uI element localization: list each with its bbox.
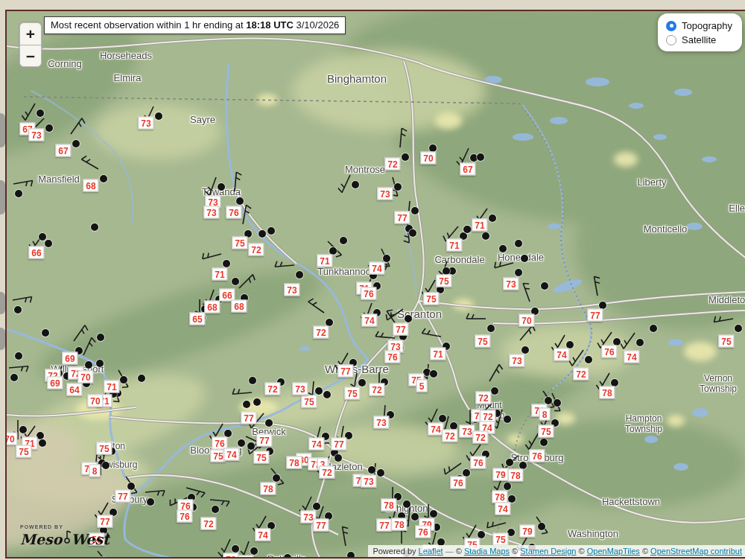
attribution-link[interactable]: OpenStreetMap contribut: [650, 547, 742, 556]
station-dot[interactable]: [439, 415, 446, 422]
station-temp-label[interactable]: 73: [203, 206, 219, 219]
station-dot[interactable]: [232, 545, 239, 553]
station-temp-label[interactable]: 72: [223, 553, 238, 559]
station-temp-label[interactable]: 76: [529, 450, 545, 462]
zoom-out-button[interactable]: −: [19, 45, 42, 67]
station-temp-label[interactable]: 76: [384, 351, 400, 363]
attribution-link[interactable]: Stadia Maps: [464, 547, 510, 556]
station-dot[interactable]: [463, 226, 471, 233]
station-temp-label[interactable]: 72: [369, 384, 384, 396]
station-temp-label[interactable]: 77: [313, 519, 329, 532]
station-temp-label[interactable]: 71: [104, 381, 119, 393]
station-dot[interactable]: [499, 245, 507, 252]
station-temp-label[interactable]: 79: [492, 468, 508, 481]
station-dot[interactable]: [541, 282, 548, 290]
station-dot[interactable]: [566, 341, 574, 349]
station-temp-label[interactable]: 76: [415, 526, 431, 538]
station-temp-label[interactable]: 74: [624, 351, 639, 363]
station-temp-label[interactable]: 76: [361, 287, 376, 300]
station-temp-label[interactable]: 72: [319, 466, 335, 479]
station-temp-label[interactable]: 74: [361, 314, 377, 327]
layer-option-satellite[interactable]: Satellite: [666, 34, 732, 45]
attribution-link[interactable]: Leaflet: [419, 547, 443, 556]
station-temp-label[interactable]: 78: [391, 518, 407, 531]
station-temp-label[interactable]: 70: [420, 152, 436, 165]
station-dot[interactable]: [585, 356, 592, 363]
station-dot[interactable]: [39, 233, 46, 241]
station-temp-label[interactable]: 75: [96, 442, 112, 455]
station-dot[interactable]: [411, 513, 419, 521]
station-temp-label[interactable]: 73: [238, 556, 253, 559]
station-temp-label[interactable]: 73: [377, 188, 393, 200]
station-dot[interactable]: [411, 207, 419, 214]
station-temp-label[interactable]: 77: [115, 490, 130, 503]
station-dot[interactable]: [613, 338, 621, 346]
station-temp-label[interactable]: 70: [519, 314, 534, 327]
station-dot[interactable]: [409, 229, 416, 237]
station-dot[interactable]: [482, 232, 489, 240]
station-temp-label[interactable]: 77: [256, 434, 272, 447]
station-dot[interactable]: [232, 278, 239, 285]
station-temp-label[interactable]: 70: [77, 371, 93, 384]
station-temp-label[interactable]: 8: [539, 408, 551, 421]
station-dot[interactable]: [138, 375, 145, 382]
station-dot[interactable]: [100, 175, 107, 182]
station-dot[interactable]: [45, 124, 53, 132]
station-dot[interactable]: [347, 552, 355, 559]
station-temp-label[interactable]: 76: [450, 477, 466, 489]
layer-option-topography[interactable]: Topography: [666, 20, 732, 31]
station-dot[interactable]: [97, 334, 104, 341]
station-dot[interactable]: [430, 370, 437, 378]
station-temp-label[interactable]: 78: [260, 483, 276, 495]
zoom-in-button[interactable]: +: [19, 22, 42, 45]
station-dot[interactable]: [340, 237, 347, 244]
station-dot[interactable]: [218, 183, 225, 191]
station-dot[interactable]: [212, 506, 219, 513]
station-temp-label[interactable]: 76: [226, 206, 241, 219]
attribution-link[interactable]: OpenMapTiles: [587, 547, 640, 556]
station-temp-label[interactable]: 75: [16, 445, 31, 458]
station-temp-label[interactable]: 76: [470, 456, 486, 469]
station-temp-label[interactable]: 72: [442, 430, 457, 442]
station-dot[interactable]: [120, 376, 127, 384]
station-temp-label[interactable]: 73: [138, 117, 153, 130]
station-dot[interactable]: [443, 267, 450, 275]
station-temp-label[interactable]: 77: [376, 519, 392, 532]
station-dot[interactable]: [538, 523, 545, 530]
station-temp-label[interactable]: 73: [503, 278, 519, 290]
attribution-link[interactable]: Stamen Design: [520, 547, 576, 556]
station-dot[interactable]: [127, 483, 135, 490]
station-dot[interactable]: [236, 197, 244, 205]
station-temp-label[interactable]: 68: [231, 300, 247, 313]
station-dot[interactable]: [14, 306, 22, 314]
station-temp-label[interactable]: 65: [189, 313, 205, 325]
station-temp-label[interactable]: 72: [313, 326, 329, 339]
collapsed-panel-tab[interactable]: [0, 113, 5, 147]
collapsed-panel-tab[interactable]: [0, 292, 5, 314]
station-temp-label[interactable]: 72: [384, 158, 400, 171]
station-temp-label[interactable]: 72: [472, 431, 488, 444]
station-temp-label[interactable]: 73: [28, 129, 44, 141]
station-dot[interactable]: [296, 271, 303, 279]
station-temp-label[interactable]: 76: [601, 346, 617, 358]
station-temp-label[interactable]: 75: [301, 395, 317, 408]
station-temp-label[interactable]: 78: [599, 386, 615, 399]
station-dot[interactable]: [15, 190, 22, 197]
station-temp-label[interactable]: 67: [460, 163, 475, 176]
station-temp-label[interactable]: 73: [509, 354, 524, 367]
station-dot[interactable]: [259, 230, 266, 238]
station-dot[interactable]: [540, 439, 548, 446]
station-temp-label[interactable]: 68: [83, 179, 98, 192]
station-dot[interactable]: [650, 325, 657, 332]
station-dot[interactable]: [249, 377, 256, 384]
station-temp-label[interactable]: 78: [381, 499, 396, 512]
station-dot[interactable]: [267, 227, 275, 235]
station-dot[interactable]: [224, 430, 232, 437]
station-temp-label[interactable]: 78: [286, 456, 302, 469]
collapsed-panel-tab[interactable]: [0, 328, 5, 350]
station-dot[interactable]: [42, 329, 49, 337]
station-temp-label[interactable]: 74: [224, 448, 239, 461]
station-dot[interactable]: [450, 422, 457, 430]
station-dot[interactable]: [429, 144, 437, 152]
station-dot[interactable]: [491, 387, 498, 395]
